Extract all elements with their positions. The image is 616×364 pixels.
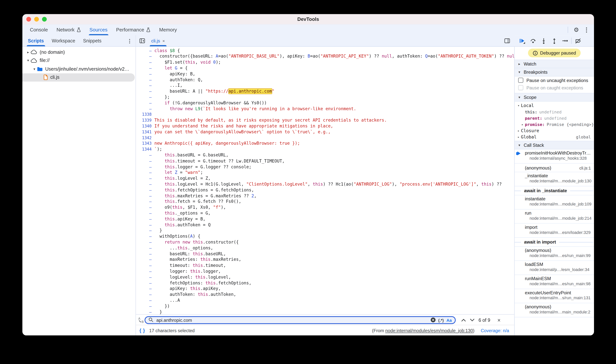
tree-item--no-domain-[interactable]: ▸(no domain) xyxy=(22,48,136,56)
line-number[interactable]: – xyxy=(136,101,154,105)
call-stack-frame[interactable]: (anonymous)node:internal/m…es/run_main:9… xyxy=(515,247,594,261)
code-text[interactable]: ...A xyxy=(154,298,180,303)
code-text[interactable]: fetchOptions: this.fetchOptions, xyxy=(154,280,252,286)
line-number[interactable]: – xyxy=(136,240,154,245)
line-number[interactable]: – xyxy=(136,223,154,227)
line-number[interactable]: – xyxy=(136,182,154,186)
line-number[interactable]: 1341 xyxy=(136,130,154,134)
line-number[interactable]: – xyxy=(136,292,154,297)
step-over-icon[interactable] xyxy=(528,37,538,45)
resume-script-icon[interactable] xyxy=(517,37,528,45)
code-text[interactable]: throw new L9(`It looks like you're runni… xyxy=(154,106,356,111)
line-number[interactable]: – xyxy=(136,83,154,88)
line-number[interactable]: – xyxy=(136,170,154,175)
line-number[interactable]: – xyxy=(136,165,154,169)
match-case-toggle[interactable]: Aa xyxy=(447,318,452,322)
line-number[interactable]: – xyxy=(136,217,154,221)
code-text[interactable]: apiKey: this.apiKey, xyxy=(154,286,221,291)
scope-property-promise[interactable]: ▸promise:Promise {<pending>} xyxy=(515,121,594,128)
scope-group-closure[interactable]: ▸Closure xyxy=(515,128,594,134)
call-stack-frame[interactable]: instantiatenode:internal/m…module_job:10… xyxy=(515,195,594,210)
call-stack-frame[interactable]: (anonymous)cli.js:1 xyxy=(515,164,594,172)
line-number[interactable]: – xyxy=(136,234,154,239)
line-number[interactable]: – xyxy=(136,258,154,262)
scope-section-header[interactable]: ▾Scope xyxy=(515,93,594,102)
line-number[interactable]: – xyxy=(136,188,154,192)
code-text[interactable]: withOptions(A) { xyxy=(154,234,200,239)
toggle-debugger-sidebar-icon[interactable] xyxy=(504,38,510,44)
code-text[interactable]: this._options = G, xyxy=(154,211,210,216)
code-text[interactable]: this.timeout = G.timeout ?? Lw.DEFAULT_T… xyxy=(154,158,285,163)
line-number[interactable]: – xyxy=(136,95,154,99)
line-number[interactable]: 1343 xyxy=(136,142,154,146)
code-text[interactable]: o9(this, $F1, Xs0, "f"), xyxy=(154,205,226,210)
line-number[interactable]: – xyxy=(136,72,154,76)
code-text[interactable]: this.logger = G.logger ?? console; xyxy=(154,164,252,169)
tab-cli-js[interactable]: cli.js × xyxy=(148,35,168,46)
code-text[interactable]: if (!G.dangerouslyAllowBrowser && Ys0()) xyxy=(154,100,267,105)
code-text[interactable]: this.apiKey = B, xyxy=(154,217,205,221)
scope-group-global[interactable]: ▸Globalglobal xyxy=(515,134,594,140)
code-text[interactable]: this.fetch = G.fetch ?? Fs0(), xyxy=(154,199,241,204)
call-stack-frame[interactable]: runnode:internal/m…module_job:214 xyxy=(515,209,594,224)
code-text[interactable]: this.fetchOptions = G.fetchOptions, xyxy=(154,187,254,193)
call-stack-frame[interactable]: executeUserEntryPointnode:internal/m…s/r… xyxy=(515,289,594,303)
tab-sources[interactable]: Sources xyxy=(85,24,112,35)
line-number[interactable]: – xyxy=(136,159,154,163)
coverage-link[interactable]: Coverage: n/a xyxy=(481,328,509,333)
call-stack-frame[interactable]: promiseInitHookWithDestroyTr…node:intern… xyxy=(515,149,594,164)
clear-search-icon[interactable] xyxy=(430,317,435,323)
tree-caret-icon[interactable]: ▾ xyxy=(26,59,31,63)
line-number[interactable]: – xyxy=(136,107,154,111)
code-text[interactable]: constructor({baseURL: A=ao("ANTHROPIC_BA… xyxy=(154,54,515,59)
scope-caret-icon[interactable]: ▾ xyxy=(516,104,521,107)
line-number[interactable]: 1340 xyxy=(136,124,154,128)
line-number[interactable]: – xyxy=(136,49,154,53)
replace-toggle-icon[interactable]: AB xyxy=(138,317,144,323)
code-text[interactable]: } xyxy=(154,228,162,233)
code-text[interactable]: class $8 { xyxy=(154,48,180,53)
previous-match-icon[interactable] xyxy=(461,318,466,322)
tree-item-users-jinhuilee-nvm-versions-node-v2-[interactable]: ▾Users/jinhuilee/.nvm/versions/node/v2… xyxy=(22,65,136,73)
code-text[interactable]: this.maxRetries = G.maxRetries ?? 2, xyxy=(154,193,257,198)
code-text[interactable]: you can set the \`dangerouslyAllowBrowse… xyxy=(154,129,331,134)
code-text[interactable]: baseURL: this.baseURL, xyxy=(154,251,226,256)
line-number[interactable]: – xyxy=(136,199,154,204)
toggle-navigator-icon[interactable] xyxy=(140,38,145,44)
breakpoints-section-header[interactable]: ▾Breakpoints xyxy=(515,68,594,76)
line-number[interactable]: 1338 xyxy=(136,112,154,117)
call-stack-frame[interactable]: importnode:internal/m…esm/loader:329 xyxy=(515,224,594,238)
tree-caret-icon[interactable]: ▾ xyxy=(32,67,37,71)
line-number[interactable]: 1342 xyxy=(136,136,154,140)
scope-caret-icon[interactable]: ▸ xyxy=(516,129,521,132)
tab-memory[interactable]: Memory xyxy=(155,24,181,35)
code-text[interactable]: }; xyxy=(154,94,170,100)
line-number[interactable]: 1339 xyxy=(136,118,154,123)
navigator-tab-scripts[interactable]: Scripts xyxy=(24,35,48,46)
code-text[interactable]: timeout: this.timeout, xyxy=(154,263,226,268)
call-stack-frame[interactable]: runMainESMnode:internal/m…es/run_main:98 xyxy=(515,275,594,289)
line-number[interactable]: – xyxy=(136,275,154,279)
code-text[interactable]: authToken: this.authToken, xyxy=(154,292,236,297)
call-stack-frame[interactable]: (anonymous)node:internal/m…main_module:2 xyxy=(515,303,594,317)
scope-property-this[interactable]: this:undefined xyxy=(515,109,594,115)
navigator-tab-snippets[interactable]: Snippets xyxy=(79,35,105,46)
line-number[interactable]: – xyxy=(136,304,154,308)
code-text[interactable]: $F1.set(this, void 0); xyxy=(154,60,221,65)
step-icon[interactable] xyxy=(560,37,570,45)
line-number[interactable]: 1344 xyxy=(136,147,154,152)
line-number[interactable]: – xyxy=(136,310,154,314)
line-number[interactable]: – xyxy=(136,246,154,250)
regex-toggle[interactable]: (.*) xyxy=(438,318,444,322)
code-text[interactable]: this.logLevel = Z, xyxy=(154,176,210,181)
scope-property-parent[interactable]: parent:undefined xyxy=(515,115,594,121)
line-number[interactable]: – xyxy=(136,60,154,65)
code-text[interactable]: this.baseURL = G.baseURL, xyxy=(154,153,228,158)
kebab-menu-icon[interactable]: ⋮ xyxy=(582,26,591,34)
next-match-icon[interactable] xyxy=(470,318,475,322)
code-text[interactable]: this.authToken = Q xyxy=(154,222,210,227)
line-number[interactable]: – xyxy=(136,176,154,181)
tree-caret-icon[interactable]: ▸ xyxy=(26,50,31,54)
code-text[interactable]: `); xyxy=(154,147,162,152)
line-number[interactable]: – xyxy=(136,252,154,256)
